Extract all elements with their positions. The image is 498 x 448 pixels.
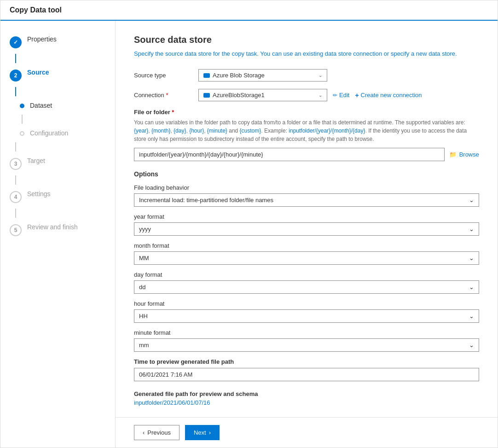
step-icon-properties: ✓	[10, 36, 22, 48]
connection-row: Connection * AzureBlobStorage1 ⌄ Edit	[134, 89, 479, 101]
generated-label: Generated file path for preview and sche…	[134, 390, 479, 397]
file-loading-dropdown[interactable]: Incremental load: time-partitioned folde…	[134, 193, 479, 207]
connection-required-marker: *	[166, 92, 168, 99]
month-format-chevron-down-icon: ⌄	[469, 255, 474, 262]
source-type-row: Source type Azure Blob Storage ⌄	[134, 69, 479, 81]
sidebar-item-source[interactable]: 2 Source	[0, 63, 115, 87]
step-number-target: 3	[14, 161, 17, 167]
create-new-connection-button[interactable]: Create new connection	[355, 92, 422, 99]
step-dot-configuration	[20, 131, 24, 136]
connection-chevron-down-icon: ⌄	[318, 93, 322, 98]
step-number-source: 2	[14, 72, 17, 79]
sidebar-item-configuration[interactable]: Configuration	[0, 124, 115, 142]
source-type-control: Azure Blob Storage ⌄	[198, 69, 479, 81]
step-icon-source: 2	[10, 70, 22, 81]
connector-6	[15, 209, 16, 218]
step-dot-dataset	[20, 104, 24, 108]
step-label-review: Review and finish	[27, 223, 78, 231]
options-section: Options File loading behavior Incrementa…	[134, 170, 479, 352]
file-loading-group: File loading behavior Incremental load: …	[134, 184, 479, 207]
day-format-dropdown[interactable]: dd ⌄	[134, 280, 479, 294]
month-format-dropdown[interactable]: MM ⌄	[134, 251, 479, 265]
month-format-value: MM	[139, 255, 149, 262]
connection-control: AzureBlobStorage1 ⌄ Edit Create new conn…	[198, 89, 479, 101]
preview-input[interactable]	[134, 368, 479, 381]
month-format-group: month format MM ⌄	[134, 242, 479, 265]
year-format-dropdown[interactable]: yyyy ⌄	[134, 222, 479, 236]
source-type-value: Azure Blob Storage	[213, 72, 315, 79]
connector-3	[22, 115, 23, 124]
step-label-configuration: Configuration	[30, 129, 68, 137]
footer: ‹ Previous Next ›	[116, 417, 498, 448]
source-type-dropdown[interactable]: Azure Blob Storage ⌄	[198, 69, 327, 81]
step-label-properties: Properties	[27, 35, 57, 43]
year-format-group: year format yyyy ⌄	[134, 213, 479, 236]
file-loading-chevron-down-icon: ⌄	[469, 197, 474, 204]
step-number-settings: 4	[14, 194, 17, 200]
browse-button[interactable]: 📁 Browse	[449, 151, 479, 158]
blob-storage-icon	[203, 73, 210, 78]
sidebar-item-properties[interactable]: ✓ Properties	[0, 30, 115, 54]
step-label-settings: Settings	[27, 190, 51, 198]
source-type-chevron-down-icon: ⌄	[318, 73, 322, 78]
connector-5	[15, 175, 16, 185]
connection-blob-icon	[203, 93, 210, 98]
chevron-left-icon: ‹	[143, 429, 145, 436]
hour-format-chevron-down-icon: ⌄	[469, 313, 474, 320]
year-format-label: year format	[134, 213, 479, 220]
step-icon-review: 5	[10, 224, 22, 236]
year-format-chevron-down-icon: ⌄	[469, 226, 474, 233]
source-type-label: Source type	[134, 72, 198, 79]
year-format-value: yyyy	[139, 226, 151, 233]
step-icon-settings: 4	[10, 191, 22, 203]
connector-1	[15, 54, 16, 63]
hour-format-group: hour format HH ⌄	[134, 300, 479, 323]
step-label-dataset: Dataset	[30, 102, 52, 109]
connection-label: Connection *	[134, 92, 198, 99]
hour-format-dropdown[interactable]: HH ⌄	[134, 309, 479, 323]
page-title: Source data store	[134, 35, 479, 45]
minute-format-label: minute format	[134, 329, 479, 336]
minute-format-dropdown[interactable]: mm ⌄	[134, 338, 479, 352]
generated-section: Generated file path for preview and sche…	[134, 390, 479, 406]
preview-label: Time to preview generated file path	[134, 358, 479, 365]
generated-path: inputfolder/2021/06/01/07/16	[134, 399, 479, 406]
step-label-source: Source	[27, 69, 49, 76]
month-format-label: month format	[134, 242, 479, 249]
connector-2	[15, 87, 16, 96]
path-row: 📁 Browse	[134, 148, 479, 161]
app-title: Copy Data tool	[10, 6, 62, 14]
minute-format-group: minute format mm ⌄	[134, 329, 479, 352]
page-description: Specify the source data store for the co…	[134, 50, 479, 58]
sidebar: ✓ Properties 2 Source Dataset	[0, 21, 116, 448]
file-folder-input[interactable]	[134, 148, 445, 161]
next-button[interactable]: Next ›	[185, 425, 220, 440]
options-title: Options	[134, 170, 479, 178]
pencil-icon	[333, 92, 337, 99]
previous-button[interactable]: ‹ Previous	[134, 425, 180, 440]
connection-dropdown[interactable]: AzureBlobStorage1 ⌄	[198, 89, 327, 101]
folder-icon: 📁	[449, 151, 457, 158]
minute-format-value: mm	[139, 342, 149, 349]
sidebar-item-target[interactable]: 3 Target	[0, 151, 115, 175]
connection-value: AzureBlobStorage1	[213, 92, 315, 99]
edit-connection-button[interactable]: Edit	[333, 92, 349, 99]
sidebar-item-settings[interactable]: 4 Settings	[0, 185, 115, 209]
day-format-label: day format	[134, 271, 479, 278]
file-loading-value: Incremental load: time-partitioned folde…	[139, 197, 273, 204]
file-folder-desc: You can use variables in the folder path…	[134, 118, 479, 143]
chevron-right-icon: ›	[209, 429, 211, 436]
connector-4	[15, 142, 16, 151]
day-format-group: day format dd ⌄	[134, 271, 479, 294]
sidebar-item-dataset[interactable]: Dataset	[0, 96, 115, 115]
step-label-target: Target	[27, 157, 45, 164]
content-area: Source data store Specify the source dat…	[116, 21, 498, 417]
hour-format-value: HH	[139, 313, 148, 320]
hour-format-label: hour format	[134, 300, 479, 307]
plus-icon	[355, 92, 359, 99]
file-folder-section: File or folder You can use variables in …	[134, 109, 479, 161]
preview-section: Time to preview generated file path	[134, 358, 479, 381]
sidebar-item-review[interactable]: 5 Review and finish	[0, 218, 115, 242]
file-loading-label: File loading behavior	[134, 184, 479, 191]
minute-format-chevron-down-icon: ⌄	[469, 342, 474, 349]
